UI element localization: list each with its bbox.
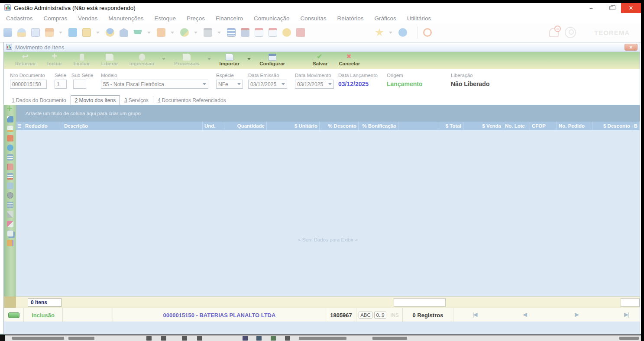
spreadsheet-icon[interactable]	[227, 28, 236, 37]
hierarchy-icon[interactable]	[45, 28, 54, 37]
especie-combobox[interactable]: NFe	[216, 80, 243, 89]
excluir-button[interactable]: Excluir	[73, 52, 90, 69]
edit-note-icon[interactable]	[7, 125, 13, 132]
menu-vendas[interactable]: Vendas	[78, 15, 97, 22]
calculator-icon[interactable]	[241, 28, 249, 37]
audit-document-icon[interactable]	[296, 28, 305, 37]
column-header-cfop[interactable]: CFOP	[530, 122, 557, 130]
info-icon[interactable]	[398, 28, 407, 37]
tab-servicos[interactable]: 3Serviços	[120, 95, 153, 105]
user-avatar-icon[interactable]	[565, 27, 576, 38]
marker-pen-icon[interactable]	[7, 221, 13, 227]
card-icon[interactable]	[31, 28, 40, 37]
column-header-total[interactable]: $ Total	[439, 122, 463, 130]
menu-consultas[interactable]: Consultas	[301, 15, 327, 22]
column-header-no-pedido[interactable]: No. Pedido	[557, 122, 592, 130]
menu-relatorios[interactable]: Relatórios	[337, 15, 364, 22]
liberar-button[interactable]: Liberar	[101, 52, 118, 69]
dropdown-arrow-icon[interactable]	[96, 32, 100, 34]
mdi-close-button[interactable]: ✕	[625, 44, 638, 51]
edit-pen-icon[interactable]	[7, 116, 13, 122]
menu-graficos[interactable]: Gráficos	[374, 15, 396, 22]
delete-item-icon[interactable]	[7, 135, 13, 142]
column-header-bonificacao-valor[interactable]: $ B	[632, 122, 640, 130]
group-by-bar[interactable]: Arraste um título de coluna aqui para cr…	[16, 105, 640, 122]
processos-button[interactable]: Processos	[174, 52, 199, 69]
dropdown-arrow-icon[interactable]	[59, 32, 62, 34]
grid-edit-icon[interactable]	[7, 173, 13, 180]
nro-documento-field[interactable]: 0000015150	[10, 80, 47, 89]
column-header-venda[interactable]: $ Venda	[463, 122, 503, 130]
grid-view-icon[interactable]	[7, 154, 13, 161]
dropdown-arrow-icon[interactable]	[217, 32, 221, 34]
close-button[interactable]: ✕	[621, 3, 641, 13]
bank-icon[interactable]	[120, 28, 128, 37]
add-item-icon[interactable]	[7, 106, 13, 113]
column-header-und[interactable]: Und.	[203, 122, 224, 130]
dropdown-arrow-icon[interactable]	[147, 32, 151, 34]
menu-cadastros[interactable]: Cadastros	[6, 15, 33, 22]
column-header-no-lote[interactable]: No. Lote	[503, 122, 530, 130]
cancelar-button[interactable]: Cancelar	[339, 52, 360, 69]
menu-comunicacao[interactable]: Comunicação	[254, 15, 290, 22]
person-icon[interactable]	[106, 28, 114, 37]
data-movimento-picker[interactable]: 03/12/2025	[295, 80, 334, 89]
sub-serie-field[interactable]	[73, 80, 86, 89]
column-header-reduzido[interactable]: Reduzido	[23, 122, 62, 130]
menu-financeiro[interactable]: Financeiro	[216, 15, 243, 22]
dropdown-arrow-icon[interactable]	[207, 58, 211, 60]
dropdown-arrow-icon[interactable]	[389, 32, 392, 34]
menu-utilitarios[interactable]: Utilitários	[407, 15, 431, 22]
power-icon[interactable]	[423, 28, 432, 37]
tab-dados-do-documento[interactable]: 1Dados do Documento	[7, 95, 71, 105]
column-header-blank[interactable]	[398, 122, 439, 130]
dropdown-arrow-icon[interactable]	[162, 58, 165, 60]
calendar-icon[interactable]	[255, 28, 263, 37]
cash-register-icon[interactable]	[204, 28, 212, 37]
column-header-desconto-pct[interactable]: % Desconto	[320, 122, 359, 130]
fuel-pump-icon[interactable]	[7, 240, 13, 246]
nav-prev-icon[interactable]: ◀	[523, 311, 526, 318]
row-grip-icon[interactable]	[16, 122, 23, 130]
partners-icon[interactable]	[17, 28, 26, 37]
grid-list-icon[interactable]	[7, 202, 13, 208]
item-info-icon[interactable]	[7, 145, 13, 151]
configurar-button[interactable]: Configurar	[259, 52, 285, 69]
nav-first-icon[interactable]: |◀	[472, 311, 476, 318]
menu-precos[interactable]: Preços	[187, 15, 205, 22]
tab-movto-dos-itens[interactable]: 2Movto dos Itens	[71, 95, 120, 105]
modelo-combobox[interactable]: 55 - Nota Fiscal Eletrônica	[101, 80, 208, 89]
package-icon[interactable]	[82, 28, 91, 37]
invoice-icon[interactable]	[68, 28, 77, 37]
panel-icon[interactable]	[7, 183, 13, 189]
tools-wrench-icon[interactable]	[7, 211, 13, 218]
dropdown-arrow-icon[interactable]	[247, 58, 251, 60]
column-header-bonificacao-pct[interactable]: % Bonificação	[359, 122, 398, 130]
retornar-button[interactable]: Retornar	[15, 52, 36, 69]
notification-bell-icon[interactable]: 0	[549, 28, 559, 37]
cart-icon[interactable]	[133, 28, 142, 37]
calendar-config-icon[interactable]	[269, 28, 277, 37]
document-icon[interactable]	[3, 28, 12, 37]
money-icon[interactable]	[180, 28, 189, 37]
box-icon[interactable]	[157, 28, 165, 37]
settings-gear-icon[interactable]	[7, 192, 13, 199]
nav-last-icon[interactable]: ▶|	[624, 311, 628, 318]
salvar-button[interactable]: Salvar	[313, 52, 328, 69]
serie-field[interactable]: 1	[55, 80, 67, 89]
menu-manutencoes[interactable]: Manutenções	[108, 15, 143, 22]
restore-button[interactable]	[601, 3, 621, 13]
grid-body[interactable]: < Sem Dados para Exibir >	[16, 130, 640, 296]
tab-documentos-referenciados[interactable]: 4Documentos Referenciados	[153, 95, 230, 105]
favorites-star-icon[interactable]	[375, 28, 384, 37]
dropdown-arrow-icon[interactable]	[194, 32, 197, 34]
minimize-button[interactable]: –	[581, 3, 601, 13]
copy-document-icon[interactable]	[7, 230, 13, 237]
column-header-quantidade[interactable]: Quantidade	[224, 122, 267, 130]
lock-icon[interactable]	[282, 28, 291, 37]
dropdown-arrow-icon[interactable]	[171, 32, 174, 34]
importar-button[interactable]: Importar	[220, 52, 240, 69]
column-header-desconto-valor[interactable]: $ Desconto	[592, 122, 632, 130]
data-emissao-picker[interactable]: 03/12/2025	[248, 80, 287, 89]
incluir-button[interactable]: Incluir	[47, 52, 62, 69]
